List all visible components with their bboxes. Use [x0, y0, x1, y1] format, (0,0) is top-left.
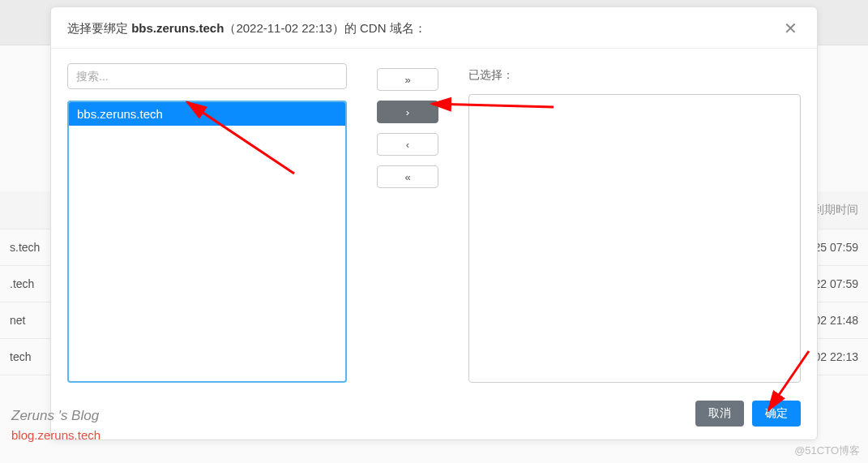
- selected-label: 已选择：: [468, 63, 801, 83]
- list-item[interactable]: bbs.zeruns.tech: [69, 102, 345, 126]
- move-all-left-button[interactable]: «: [377, 165, 438, 188]
- chevron-right-icon: ›: [406, 106, 409, 118]
- transfer-controls: » › ‹ «: [371, 63, 444, 383]
- watermark-source: @51CTO博客: [794, 444, 860, 458]
- modal-body: bbs.zeruns.tech » › ‹ « 已选择：: [51, 49, 817, 391]
- cancel-button[interactable]: 取消: [695, 401, 744, 427]
- watermark-blog: Zeruns 's Blog: [11, 408, 99, 424]
- available-listbox[interactable]: bbs.zeruns.tech: [67, 101, 347, 383]
- close-icon[interactable]: ✕: [780, 20, 801, 36]
- move-right-button[interactable]: ›: [377, 101, 438, 123]
- selected-column: 已选择：: [468, 63, 801, 383]
- modal-footer: 取消 确定: [51, 391, 817, 439]
- double-chevron-left-icon: «: [404, 171, 410, 183]
- search-input[interactable]: [67, 63, 347, 89]
- double-chevron-right-icon: »: [404, 74, 410, 86]
- move-all-right-button[interactable]: »: [377, 68, 438, 91]
- cdn-bind-modal: 选择要绑定 bbs.zeruns.tech（2022-11-02 22:13）的…: [50, 6, 818, 440]
- chevron-left-icon: ‹: [406, 139, 409, 151]
- modal-title: 选择要绑定 bbs.zeruns.tech（2022-11-02 22:13）的…: [67, 21, 426, 36]
- watermark-url: blog.zeruns.tech: [11, 428, 100, 442]
- modal-header: 选择要绑定 bbs.zeruns.tech（2022-11-02 22:13）的…: [51, 7, 817, 49]
- ok-button[interactable]: 确定: [752, 401, 801, 427]
- available-column: bbs.zeruns.tech: [67, 63, 347, 383]
- selected-listbox[interactable]: [468, 94, 801, 383]
- move-left-button[interactable]: ‹: [377, 133, 438, 156]
